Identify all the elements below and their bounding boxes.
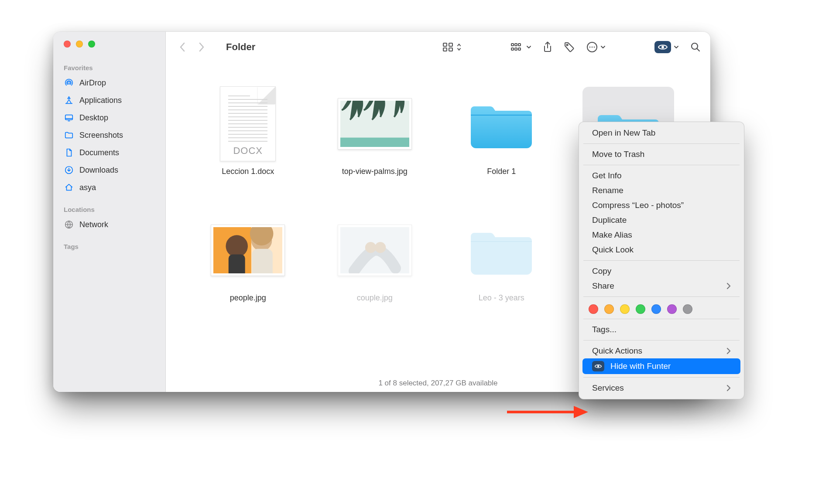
context-menu-item[interactable]: Make Alias bbox=[582, 228, 740, 242]
more-actions-button[interactable] bbox=[586, 41, 606, 53]
funter-toolbar-button[interactable] bbox=[654, 41, 679, 53]
minimize-window-button[interactable] bbox=[76, 41, 83, 48]
context-menu-tag-colors bbox=[579, 300, 744, 316]
svg-rect-10 bbox=[518, 44, 521, 46]
svg-rect-5 bbox=[449, 43, 452, 46]
sidebar-item-screenshots[interactable]: Screenshots bbox=[53, 126, 165, 144]
context-menu-item[interactable]: Rename bbox=[582, 183, 740, 198]
sidebar-item-downloads[interactable]: Downloads bbox=[53, 161, 165, 179]
tag-color-swatch[interactable] bbox=[636, 304, 645, 314]
sidebar-item-label: asya bbox=[79, 183, 96, 192]
context-menu-item[interactable]: Copy bbox=[582, 264, 740, 279]
svg-point-31 bbox=[365, 242, 376, 253]
context-menu-label: Tags... bbox=[592, 325, 617, 334]
sidebar: FavoritesAirDropApplicationsDesktopScree… bbox=[53, 32, 166, 392]
context-menu-label: Quick Look bbox=[592, 245, 634, 255]
chevron-down-icon bbox=[526, 44, 531, 50]
svg-rect-9 bbox=[515, 44, 517, 46]
context-menu-label: Hide with Funter bbox=[610, 361, 671, 371]
tag-color-swatch[interactable] bbox=[683, 304, 692, 314]
file-item[interactable]: couple.jpg bbox=[322, 213, 427, 303]
annotation-arrow bbox=[506, 403, 589, 421]
chevron-right-icon bbox=[726, 347, 731, 354]
share-button[interactable] bbox=[543, 41, 552, 53]
file-item[interactable]: people.jpg bbox=[195, 213, 300, 303]
context-menu-label: Quick Actions bbox=[592, 346, 642, 356]
sidebar-item-label: Screenshots bbox=[79, 131, 123, 140]
back-button[interactable] bbox=[179, 42, 186, 52]
document-icon bbox=[64, 147, 74, 158]
sidebar-section-title: Tags bbox=[53, 243, 165, 253]
sidebar-item-asya[interactable]: asya bbox=[53, 179, 165, 196]
sidebar-item-label: Downloads bbox=[79, 166, 118, 175]
tags-button[interactable] bbox=[564, 41, 575, 53]
tag-color-swatch[interactable] bbox=[604, 304, 614, 314]
svg-rect-28 bbox=[252, 249, 273, 273]
context-menu-item[interactable]: Compress “Leo - photos” bbox=[582, 198, 740, 213]
tag-color-swatch[interactable] bbox=[589, 304, 598, 314]
svg-rect-8 bbox=[511, 44, 514, 46]
context-menu-label: Make Alias bbox=[592, 230, 632, 240]
context-menu-label: Open in New Tab bbox=[592, 128, 655, 138]
tag-color-swatch[interactable] bbox=[667, 304, 677, 314]
context-menu-item[interactable]: Quick Actions bbox=[582, 344, 740, 358]
tag-color-swatch[interactable] bbox=[651, 304, 661, 314]
svg-rect-4 bbox=[443, 43, 447, 46]
svg-point-19 bbox=[661, 46, 664, 48]
file-item[interactable]: Folder 1 bbox=[449, 87, 554, 177]
search-button[interactable] bbox=[690, 42, 701, 52]
close-window-button[interactable] bbox=[64, 41, 71, 48]
sidebar-section-title: Locations bbox=[53, 206, 165, 216]
window-controls bbox=[53, 41, 165, 48]
svg-point-0 bbox=[68, 82, 70, 84]
sidebar-item-airdrop[interactable]: AirDrop bbox=[53, 74, 165, 92]
file-item[interactable]: DOCXLeccion 1.docx bbox=[195, 87, 300, 177]
svg-point-18 bbox=[594, 47, 595, 48]
airdrop-icon bbox=[64, 78, 74, 88]
desktop-icon bbox=[64, 112, 74, 123]
context-menu: Open in New TabMove to TrashGet InfoRena… bbox=[579, 122, 744, 399]
file-label: people.jpg bbox=[226, 293, 271, 303]
context-menu-item[interactable]: Tags... bbox=[582, 322, 740, 337]
zoom-window-button[interactable] bbox=[88, 41, 95, 48]
eye-icon bbox=[654, 41, 671, 53]
sidebar-item-label: Applications bbox=[79, 96, 122, 105]
eye-icon bbox=[592, 361, 604, 371]
svg-point-17 bbox=[592, 47, 593, 48]
file-label: Folder 1 bbox=[483, 166, 520, 177]
tag-color-swatch[interactable] bbox=[620, 304, 630, 314]
context-menu-item[interactable]: Services bbox=[582, 381, 740, 395]
svg-point-32 bbox=[375, 242, 386, 253]
toolbar: Folder bbox=[166, 32, 710, 62]
view-mode-button[interactable] bbox=[442, 42, 462, 52]
sidebar-item-documents[interactable]: Documents bbox=[53, 144, 165, 161]
context-menu-item[interactable]: Quick Look bbox=[582, 242, 740, 257]
sidebar-item-applications[interactable]: Applications bbox=[53, 92, 165, 109]
sidebar-section-title: Favorites bbox=[53, 64, 165, 74]
sidebar-item-label: AirDrop bbox=[79, 78, 106, 88]
svg-rect-12 bbox=[515, 48, 517, 50]
file-label: Leccion 1.docx bbox=[217, 166, 278, 177]
sidebar-item-label: Desktop bbox=[79, 113, 108, 123]
context-menu-label: Services bbox=[592, 383, 624, 393]
file-item[interactable]: top-view-palms.jpg bbox=[322, 87, 427, 177]
file-label: top-view-palms.jpg bbox=[338, 166, 412, 177]
svg-point-25 bbox=[226, 235, 248, 257]
svg-rect-13 bbox=[518, 48, 521, 50]
context-menu-item[interactable]: Hide with Funter bbox=[582, 358, 740, 374]
forward-button[interactable] bbox=[198, 42, 205, 52]
group-by-button[interactable] bbox=[510, 42, 531, 52]
chevron-updown-icon bbox=[456, 42, 462, 52]
context-menu-item[interactable]: Duplicate bbox=[582, 213, 740, 228]
svg-point-16 bbox=[589, 47, 591, 48]
svg-rect-11 bbox=[511, 48, 514, 50]
sidebar-item-network[interactable]: Network bbox=[53, 216, 165, 233]
sidebar-item-desktop[interactable]: Desktop bbox=[53, 109, 165, 126]
context-menu-item[interactable]: Open in New Tab bbox=[582, 126, 740, 140]
context-menu-item[interactable]: Move to Trash bbox=[582, 147, 740, 162]
context-menu-item[interactable]: Get Info bbox=[582, 168, 740, 183]
folder-title: Folder bbox=[226, 41, 255, 53]
context-menu-item[interactable]: Share bbox=[582, 279, 740, 293]
chevron-down-icon bbox=[600, 44, 606, 50]
file-item[interactable]: Leo - 3 years bbox=[449, 213, 554, 303]
